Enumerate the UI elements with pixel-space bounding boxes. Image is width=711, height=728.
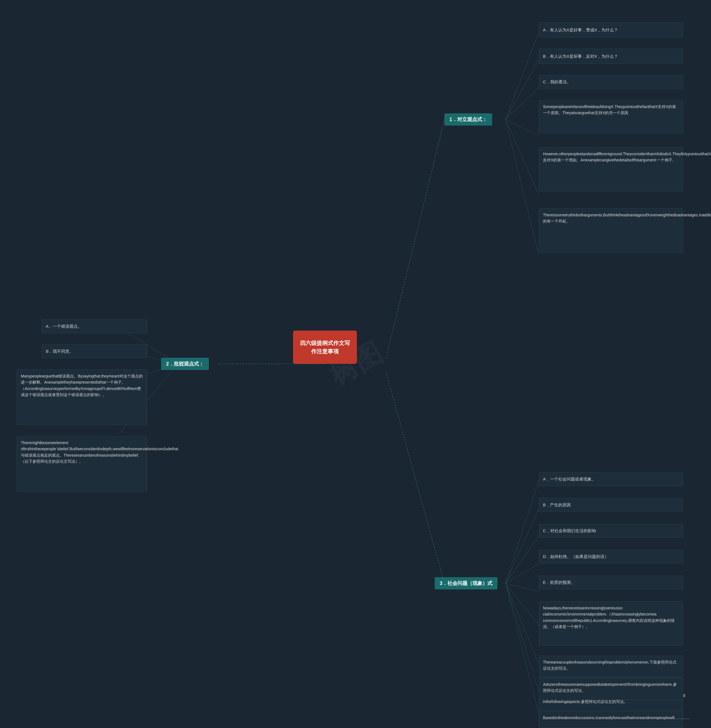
svg-line-21 [506,583,539,714]
branch3-item-e: E．前景的预测。 [539,576,683,589]
branch1-item-a: A．有人认为X是好事，赞成X，为什么？ [539,22,683,37]
svg-line-7 [506,120,539,195]
branch1-item-c: C．我的看法。 [539,75,683,89]
branch3-item-b: B．产生的原因 [539,498,683,512]
svg-line-4 [506,60,539,120]
branch-node-1: 1．对立观点式： [444,113,492,126]
branch1-item-b: B．有人认为X是坏事，反对X，为什么？ [539,49,683,64]
svg-line-5 [506,87,539,120]
branch3-para1: Nowadays,thereexistsanincreasinglyseriou… [539,601,683,646]
branch1-para3: Thereissometruthinbotharguments.ButIthin… [539,208,683,253]
svg-line-18 [506,583,539,625]
svg-line-15 [506,536,539,583]
svg-line-2 [386,372,444,583]
center-node: 四六级提纲式作文写作注意事项 [293,331,357,364]
branch1-para1: SomepeopleareinfavoroftheideaofdoingX.Th… [539,100,683,133]
branch-node-3: 3．社会问题（现象）式 [435,577,497,589]
branch2-item-a: A．一个错误观点。 [42,319,147,333]
svg-line-20 [506,583,539,692]
svg-line-6 [506,120,539,136]
branch3-para2: Thereareacoupleofreasonsboomingthisprobl… [539,656,683,678]
svg-line-19 [506,583,539,664]
svg-line-16 [506,564,539,583]
branch3-para5: Basedontheabovediscussions,Icaneasilyfor… [539,711,683,728]
branch3-item-a: A．一个社会问题或者现象。 [539,472,683,486]
svg-line-14 [506,508,539,583]
branch2-para2: Theremightbesomeelement oftruthinthesepe… [17,436,147,492]
branch1-para2: However,otherpeoplestandonadifferentgrou… [539,147,683,192]
mindmap-container: 树图 四六级提纲式作文写作注意事项 [0,0,711,728]
svg-line-13 [506,480,539,583]
svg-line-0 [386,120,444,358]
branch3-para4: Adozenofmeasuresaresupposedtotaketopreve… [539,678,683,700]
branch-node-2: 2．批驳观点式： [161,358,209,370]
svg-line-17 [506,583,539,592]
branch3-item-d: D．如何杜绝。（如果是问题的话） [539,550,683,564]
svg-line-8 [506,120,539,255]
branch2-item-b: B．我不同意。 [42,344,147,358]
branch3-item-c: C．对社会和我们生活的影响 [539,524,683,538]
branch2-para1: Manypeoplearguethat错误观点。Bysayingthat,the… [17,369,147,425]
svg-line-3 [506,32,539,120]
